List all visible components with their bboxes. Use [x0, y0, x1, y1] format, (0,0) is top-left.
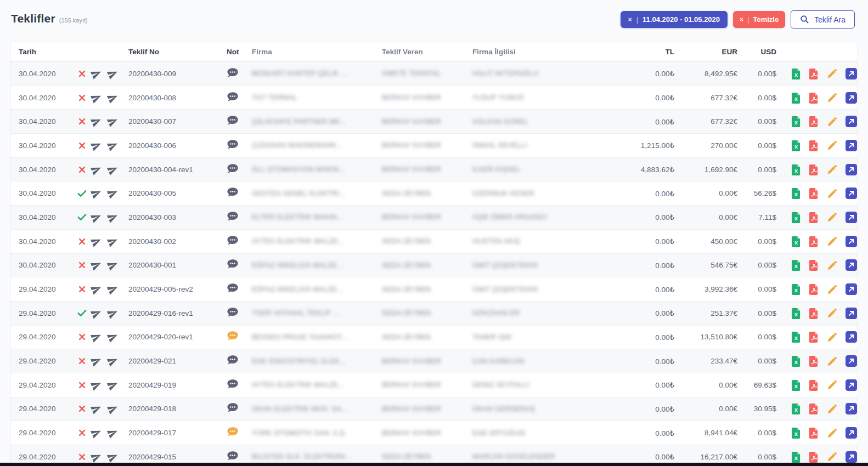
open-detail-icon[interactable] — [846, 116, 857, 127]
excel-export-icon[interactable]: x — [791, 308, 802, 319]
open-detail-icon[interactable] — [846, 187, 857, 199]
send-plane-icon[interactable] — [89, 91, 103, 105]
send-plane-icon[interactable] — [89, 235, 103, 248]
excel-export-icon[interactable]: x — [791, 68, 802, 79]
send-plane-icon[interactable] — [106, 211, 120, 224]
open-detail-icon[interactable] — [846, 259, 857, 271]
excel-export-icon[interactable]: x — [791, 187, 802, 199]
edit-pencil-icon[interactable] — [826, 283, 838, 295]
note-comment-icon[interactable] — [227, 355, 239, 366]
note-comment-icon[interactable] — [227, 427, 239, 437]
excel-export-icon[interactable]: x — [791, 403, 802, 414]
open-detail-icon[interactable] — [846, 308, 857, 319]
note-comment-icon[interactable] — [227, 283, 239, 294]
clear-filters-button[interactable]: × | Temizle — [733, 11, 785, 28]
send-plane-icon[interactable] — [106, 235, 120, 248]
open-detail-icon[interactable] — [846, 355, 857, 367]
note-comment-icon[interactable] — [227, 67, 239, 78]
pdf-export-icon[interactable] — [809, 331, 819, 343]
open-detail-icon[interactable] — [846, 331, 857, 343]
open-detail-icon[interactable] — [846, 427, 857, 439]
open-detail-icon[interactable] — [846, 236, 857, 247]
note-comment-icon[interactable] — [227, 259, 239, 270]
edit-pencil-icon[interactable] — [826, 211, 838, 223]
edit-pencil-icon[interactable] — [826, 427, 838, 439]
pdf-export-icon[interactable] — [809, 259, 819, 271]
note-comment-icon[interactable] — [227, 211, 239, 222]
send-plane-icon[interactable] — [89, 163, 103, 177]
send-plane-icon[interactable] — [89, 354, 103, 368]
open-detail-icon[interactable] — [846, 92, 857, 104]
remove-filter-icon[interactable]: × — [628, 16, 632, 24]
excel-export-icon[interactable]: x — [791, 355, 802, 367]
note-comment-icon[interactable] — [227, 331, 239, 342]
open-detail-icon[interactable] — [846, 140, 857, 151]
note-comment-icon[interactable] — [227, 307, 239, 318]
send-plane-icon[interactable] — [89, 450, 103, 464]
excel-export-icon[interactable]: x — [791, 164, 802, 175]
pdf-export-icon[interactable] — [809, 68, 819, 79]
open-detail-icon[interactable] — [846, 283, 857, 295]
send-plane-icon[interactable] — [89, 258, 103, 272]
pdf-export-icon[interactable] — [809, 403, 819, 414]
excel-export-icon[interactable]: x — [791, 236, 802, 247]
edit-pencil-icon[interactable] — [826, 163, 838, 175]
send-plane-icon[interactable] — [106, 67, 120, 81]
open-detail-icon[interactable] — [846, 403, 857, 414]
pdf-export-icon[interactable] — [809, 451, 819, 463]
send-plane-icon[interactable] — [106, 139, 120, 152]
excel-export-icon[interactable]: x — [791, 259, 802, 271]
edit-pencil-icon[interactable] — [826, 187, 838, 200]
pdf-export-icon[interactable] — [809, 355, 819, 367]
pdf-export-icon[interactable] — [809, 92, 819, 104]
send-plane-icon[interactable] — [106, 426, 120, 440]
open-detail-icon[interactable] — [846, 212, 857, 223]
send-plane-icon[interactable] — [89, 115, 103, 128]
excel-export-icon[interactable]: x — [791, 283, 802, 295]
pdf-export-icon[interactable] — [809, 308, 819, 319]
note-comment-icon[interactable] — [227, 92, 239, 103]
send-plane-icon[interactable] — [89, 211, 103, 224]
edit-pencil-icon[interactable] — [826, 355, 838, 367]
edit-pencil-icon[interactable] — [826, 307, 838, 319]
note-comment-icon[interactable] — [227, 163, 239, 174]
send-plane-icon[interactable] — [89, 378, 103, 392]
pdf-export-icon[interactable] — [809, 116, 819, 127]
note-comment-icon[interactable] — [227, 235, 239, 246]
open-detail-icon[interactable] — [846, 68, 857, 79]
send-plane-icon[interactable] — [89, 306, 103, 320]
send-plane-icon[interactable] — [89, 330, 103, 344]
edit-pencil-icon[interactable] — [826, 139, 838, 151]
send-plane-icon[interactable] — [106, 378, 120, 392]
send-plane-icon[interactable] — [106, 450, 120, 464]
edit-pencil-icon[interactable] — [826, 92, 838, 104]
open-detail-icon[interactable] — [846, 451, 857, 463]
note-comment-icon[interactable] — [227, 139, 239, 150]
pdf-export-icon[interactable] — [809, 187, 819, 199]
note-comment-icon[interactable] — [227, 187, 239, 198]
excel-export-icon[interactable]: x — [791, 116, 802, 127]
open-detail-icon[interactable] — [846, 379, 857, 391]
note-comment-icon[interactable] — [227, 115, 239, 126]
edit-pencil-icon[interactable] — [826, 235, 838, 247]
edit-pencil-icon[interactable] — [826, 379, 838, 391]
edit-pencil-icon[interactable] — [826, 331, 838, 343]
excel-export-icon[interactable]: x — [791, 92, 802, 104]
edit-pencil-icon[interactable] — [826, 451, 838, 463]
date-range-filter-chip[interactable]: × | 11.04.2020 - 01.05.2020 — [621, 11, 728, 28]
excel-export-icon[interactable]: x — [791, 427, 802, 439]
excel-export-icon[interactable]: x — [791, 331, 802, 343]
send-plane-icon[interactable] — [89, 139, 103, 152]
send-plane-icon[interactable] — [106, 258, 120, 272]
pdf-export-icon[interactable] — [809, 236, 819, 247]
edit-pencil-icon[interactable] — [826, 67, 838, 79]
send-plane-icon[interactable] — [106, 354, 120, 368]
send-plane-icon[interactable] — [106, 91, 120, 105]
pdf-export-icon[interactable] — [809, 140, 819, 151]
excel-export-icon[interactable]: x — [791, 451, 802, 463]
clear-icon[interactable]: × — [740, 16, 743, 24]
excel-export-icon[interactable]: x — [791, 140, 802, 151]
send-plane-icon[interactable] — [89, 282, 103, 296]
send-plane-icon[interactable] — [106, 306, 120, 320]
send-plane-icon[interactable] — [89, 402, 103, 416]
